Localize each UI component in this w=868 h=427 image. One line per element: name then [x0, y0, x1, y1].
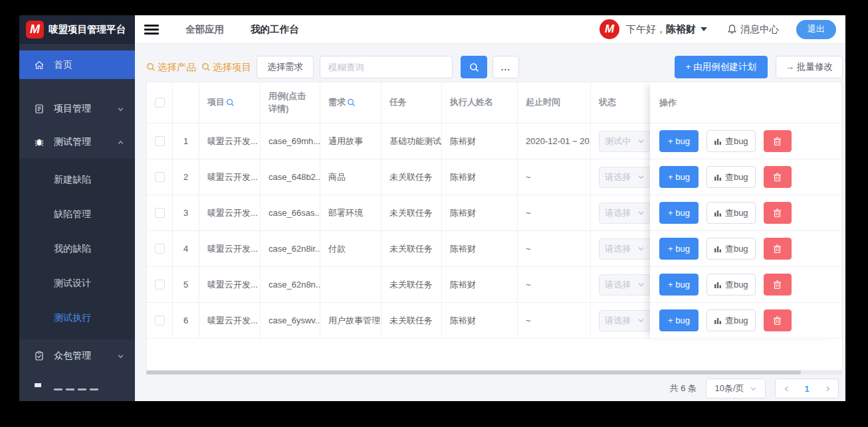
row-checkbox[interactable]: [155, 280, 165, 290]
status-select[interactable]: 请选择: [599, 203, 651, 224]
next-page-button[interactable]: [817, 379, 838, 398]
executor-cell: 陈裕财: [442, 231, 518, 267]
status-select[interactable]: 请选择: [599, 274, 651, 296]
chevron-down-icon: [637, 245, 645, 252]
main-content: 选择产品 选择项目 选择需求 ... + 由用例创建计划 → 批量修改 项目: [135, 44, 845, 401]
view-bug-button[interactable]: 查bug: [706, 238, 756, 260]
add-bug-button[interactable]: + bug: [659, 130, 699, 152]
select-product-link[interactable]: 选择产品: [146, 61, 196, 74]
date-range-cell: ~: [518, 159, 591, 195]
usecase-cell[interactable]: case_648b2...: [261, 159, 320, 195]
app-title: 唛盟项目管理平台: [49, 23, 126, 36]
scrollbar-thumb[interactable]: [146, 371, 801, 375]
executor-cell: 陈裕财: [442, 195, 518, 231]
batch-edit-button[interactable]: → 批量修改: [776, 56, 843, 78]
create-plan-from-case-button[interactable]: + 由用例创建计划: [675, 56, 768, 78]
clipped-label: [54, 382, 102, 392]
sidebar-item-clipped[interactable]: [19, 378, 135, 401]
clipboard-check-icon: [34, 351, 45, 361]
add-bug-button[interactable]: + bug: [659, 166, 699, 188]
view-bug-button[interactable]: 查bug: [706, 130, 756, 152]
fuzzy-search-input[interactable]: [320, 56, 453, 78]
row-index: 3: [173, 195, 199, 231]
chevron-down-icon: [637, 209, 645, 216]
search-icon[interactable]: [226, 98, 235, 107]
chevron-down-icon: [637, 281, 645, 288]
search-button[interactable]: [461, 56, 487, 78]
more-filters-button[interactable]: ...: [492, 56, 519, 78]
bar-chart-icon: [714, 245, 722, 253]
project-cell: 唛盟云开发...: [199, 303, 261, 339]
usecase-cell[interactable]: case_6yswv...: [261, 303, 320, 339]
task-cell: 基础功能测试: [381, 124, 442, 159]
sidebar-item-my-defects[interactable]: 我的缺陷: [19, 232, 135, 266]
sidebar-menu: 首页 项目管理 测试管理 新建: [19, 44, 135, 401]
view-bug-button[interactable]: 查bug: [706, 166, 756, 188]
view-bug-button[interactable]: 查bug: [706, 309, 756, 331]
page-number[interactable]: 1: [797, 384, 817, 394]
row-checkbox[interactable]: [155, 136, 165, 146]
row-checkbox[interactable]: [155, 315, 165, 325]
app-logo-icon: M: [26, 21, 44, 39]
delete-button[interactable]: [764, 202, 792, 224]
delete-button[interactable]: [764, 309, 792, 331]
select-all-checkbox[interactable]: [155, 98, 165, 108]
row-checkbox[interactable]: [155, 208, 165, 218]
row-checkbox[interactable]: [155, 172, 165, 182]
select-project-link[interactable]: 选择项目: [201, 61, 251, 74]
sidebar-item-home[interactable]: 首页: [19, 50, 135, 79]
delete-button[interactable]: [764, 238, 792, 260]
prev-page-button[interactable]: [776, 379, 797, 398]
operations-row: + bug 查bug: [650, 159, 839, 195]
sidebar-item-test-mgmt[interactable]: 测试管理: [19, 126, 135, 159]
sidebar-item-crowd-mgmt[interactable]: 众包管理: [19, 339, 135, 373]
status-select[interactable]: 请选择: [599, 238, 651, 260]
add-bug-button[interactable]: + bug: [659, 274, 699, 296]
delete-button[interactable]: [764, 130, 792, 152]
add-bug-button[interactable]: + bug: [659, 238, 699, 260]
view-bug-button[interactable]: 查bug: [706, 274, 756, 296]
delete-button[interactable]: [764, 166, 792, 188]
trash-icon: [773, 280, 782, 290]
status-select[interactable]: 请选择: [599, 310, 651, 331]
usecase-cell[interactable]: case_69mh...: [261, 124, 320, 159]
add-bug-button[interactable]: + bug: [659, 309, 699, 331]
sidebar: M 唛盟项目管理平台 首页 项目管理: [19, 15, 135, 401]
user-greeting: 下午好，陈裕财: [626, 23, 696, 36]
usecase-cell[interactable]: case_62n8ir...: [261, 231, 320, 267]
hamburger-menu-icon[interactable]: [144, 23, 159, 37]
chevron-down-icon: [117, 353, 124, 360]
search-icon: [201, 62, 211, 72]
row-checkbox[interactable]: [155, 244, 165, 254]
user-dropdown-caret-icon[interactable]: [701, 27, 707, 31]
operations-row: + bug 查bug: [650, 267, 839, 303]
sidebar-item-project-mgmt[interactable]: 项目管理: [19, 92, 135, 126]
status-select[interactable]: 请选择: [599, 167, 651, 188]
toolbar-actions: + 由用例创建计划 → 批量修改: [675, 56, 843, 78]
page-size-select[interactable]: 10条/页: [706, 379, 766, 398]
tab-all-apps[interactable]: 全部应用: [185, 23, 224, 36]
date-range-header: 起止时间: [518, 82, 591, 124]
username: 陈裕财: [666, 23, 696, 35]
usecase-cell[interactable]: case_66sas...: [261, 195, 320, 231]
select-requirement-button[interactable]: 选择需求: [257, 56, 314, 78]
chevron-up-icon: [117, 139, 124, 146]
sidebar-item-new-defect[interactable]: 新建缺陷: [19, 163, 135, 197]
trash-icon: [773, 316, 782, 325]
tab-my-workbench[interactable]: 我的工作台: [251, 23, 299, 36]
operations-header: 操作: [650, 82, 839, 124]
message-center-link[interactable]: 消息中心: [727, 23, 779, 36]
sidebar-item-test-execution[interactable]: 测试执行: [19, 301, 135, 335]
sidebar-item-test-design[interactable]: 测试设计: [19, 266, 135, 301]
add-bug-button[interactable]: + bug: [659, 202, 699, 224]
sidebar-item-defect-mgmt[interactable]: 缺陷管理: [19, 197, 135, 232]
avatar[interactable]: M: [599, 19, 619, 39]
status-select[interactable]: 测试中: [599, 131, 651, 152]
horizontal-scrollbar[interactable]: [146, 371, 843, 375]
usecase-cell[interactable]: case_62n8n...: [261, 267, 320, 303]
logout-button[interactable]: 退出: [796, 20, 836, 39]
view-bug-button[interactable]: 查bug: [706, 202, 756, 224]
delete-button[interactable]: [764, 274, 792, 296]
search-icon[interactable]: [347, 98, 356, 107]
bug-icon: [34, 137, 45, 147]
